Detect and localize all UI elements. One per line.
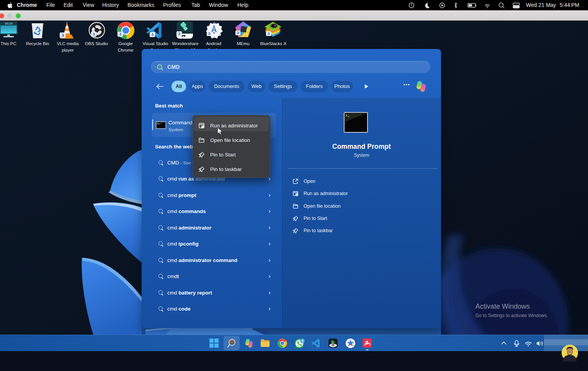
svg-text:2: 2: [302, 339, 304, 343]
